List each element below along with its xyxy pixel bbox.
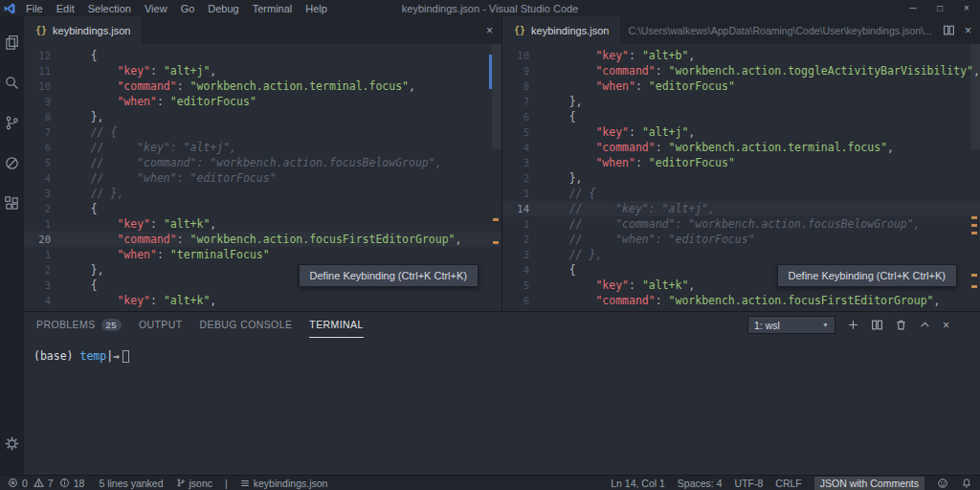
modified-line-marker [971,216,977,219]
code-line[interactable]: 7 // { [24,124,501,140]
terminal-picker-dropdown[interactable]: 1: wsl ▼ [747,316,835,334]
code-line[interactable]: 11 "key": "alt+j", [24,63,501,78]
code-line[interactable]: 1 "when": "terminalFocus" [24,247,501,262]
code-line[interactable]: 3 "when": "editorFocus" [502,155,980,170]
maximize-panel-chevron-icon[interactable] [919,319,931,331]
code-line[interactable]: 2 }, [502,170,980,186]
list-icon [240,479,250,488]
code-line[interactable]: 3 // }, [502,247,980,262]
vscode-logo-icon [0,3,19,14]
code-line[interactable]: 6 { [502,109,980,124]
vscode-window: FileEditSelectionViewGoDebugTerminalHelp… [0,0,980,490]
json-file-icon: {} [514,25,525,35]
menu-debug[interactable]: Debug [201,3,245,14]
code-line[interactable]: 4 // "when": "editorFocus" [24,170,501,186]
code-line[interactable]: 5 // "command": "workbench.action.focusB… [24,155,501,170]
code-line[interactable]: 7 }, [502,94,980,109]
problems-status[interactable]: 0 7 18 [8,478,86,489]
tab-keybindings-json-left[interactable]: {} keybindings.json [24,16,142,44]
explorer-icon[interactable] [0,22,24,62]
code-line[interactable]: 14 // "key": "alt+j", [502,201,980,216]
prompt-symbol: |⇒ [106,349,120,363]
define-keybinding-button[interactable]: Define Keybinding (Ctrl+K Ctrl+K) [299,264,479,287]
indentation[interactable]: Spaces: 4 [678,478,723,489]
code-line[interactable]: 8 }, [24,109,501,124]
close-window-button[interactable]: × [953,3,980,13]
scrollbar[interactable] [492,44,501,149]
file-indicator[interactable]: keybindings.json [240,478,328,489]
editor-group-left: {} keybindings.json × 12 {11 "key": "alt… [24,16,502,311]
split-terminal-icon[interactable] [871,319,883,331]
code-line[interactable]: 1 // { [502,186,980,201]
code-line[interactable]: 20 "command": "workbench.action.focusFir… [24,232,501,247]
code-line[interactable]: 4 "key": "alt+k", [24,293,501,308]
code-line[interactable]: 9 "when": "editorFocus" [24,94,501,109]
debug-icon[interactable] [0,143,24,183]
search-icon[interactable] [0,62,24,102]
modified-line-marker [971,274,977,277]
code-line[interactable]: 2 { [24,201,501,216]
panel-tab-problems[interactable]: PROBLEMS25 [36,312,122,338]
menu-file[interactable]: File [19,3,50,14]
menu-edit[interactable]: Edit [50,3,81,14]
encoding[interactable]: UTF-8 [735,478,764,489]
window-controls: ─ □ × [900,3,980,13]
eol-sequence[interactable]: CRLF [775,478,801,489]
code-line[interactable]: 1 // "command": "workbench.action.focusB… [502,216,980,232]
split-editor-icon[interactable] [943,24,955,36]
panel-tab-output[interactable]: OUTPUT [139,312,183,338]
source-control-icon[interactable] [0,102,24,143]
tab-keybindings-json-right[interactable]: {} keybindings.json [502,16,620,44]
editor-right[interactable]: 10 "key": "alt+b",9 "command": "workbenc… [502,44,980,311]
maximize-button[interactable]: □ [926,3,953,13]
close-editor-icon[interactable]: × [486,24,493,37]
code-line[interactable]: 6 "command": "workbench.action.focusFirs… [502,293,980,308]
extensions-icon[interactable] [0,183,24,223]
close-editor-icon[interactable]: × [965,24,971,37]
panel-tab-terminal[interactable]: TERMINAL [309,312,363,338]
scrollbar[interactable] [970,44,980,149]
vim-message: 5 lines yanked [99,478,163,489]
conda-env: (base) [33,349,79,363]
bottom-panel: PROBLEMS25OUTPUTDEBUG CONSOLETERMINAL 1:… [24,311,980,475]
menu-view[interactable]: View [138,3,174,14]
menu-help[interactable]: Help [299,3,334,14]
code-line[interactable]: 6 // "key": "alt+j", [24,140,501,155]
editor-left[interactable]: 12 {11 "key": "alt+j",10 "command": "wor… [24,44,501,311]
close-panel-icon[interactable]: × [943,319,949,332]
define-keybinding-button[interactable]: Define Keybinding (Ctrl+K Ctrl+K) [777,264,957,287]
code-line[interactable]: 10 "key": "alt+b", [502,48,980,63]
cursor-position[interactable]: Ln 14, Col 1 [611,478,665,489]
code-line[interactable]: 12 { [24,48,501,63]
minimize-button[interactable]: ─ [900,3,926,13]
new-terminal-icon[interactable] [847,319,859,331]
code-line[interactable]: 8 "when": "editorFocus" [502,78,980,94]
code-line[interactable]: 2 // "when": "editorFocus" [502,232,980,247]
code-line[interactable]: 10 "command": "workbench.action.terminal… [24,78,501,94]
modified-line-marker [493,218,499,221]
panel-tabs: PROBLEMS25OUTPUTDEBUG CONSOLETERMINAL [36,312,381,338]
menu-selection[interactable]: Selection [81,3,138,14]
language-mode[interactable]: JSON with Comments [814,477,924,490]
settings-gear-icon[interactable] [0,423,24,463]
menubar: FileEditSelectionViewGoDebugTerminalHelp [19,3,334,14]
terminal-prompt: (base) temp|⇒ [33,349,970,363]
feedback-smiley-icon[interactable] [937,478,948,489]
code-line[interactable]: 3 // }, [24,186,501,201]
kill-terminal-trash-icon[interactable] [895,319,907,331]
menu-go[interactable]: Go [174,3,202,14]
notifications-bell-icon[interactable] [961,478,972,489]
mode-indicator[interactable]: jsonc [176,478,213,489]
activity-bar [0,16,24,475]
code-line[interactable]: 4 "command": "workbench.action.terminal.… [502,140,980,155]
terminal[interactable]: (base) temp|⇒ [24,338,980,475]
menu-terminal[interactable]: Terminal [246,3,300,14]
code-line[interactable]: 9 "command": "workbench.action.toggleAct… [502,63,980,78]
modified-line-marker [971,285,977,288]
code-line[interactable]: 5 "key": "alt+j", [502,124,980,140]
panel-header: PROBLEMS25OUTPUTDEBUG CONSOLETERMINAL 1:… [24,312,980,338]
panel-tab-debug-console[interactable]: DEBUG CONSOLE [200,312,293,338]
branch-icon [176,478,186,488]
code-line[interactable]: 1 "key": "alt+k", [24,216,501,232]
modified-line-marker [493,241,499,244]
